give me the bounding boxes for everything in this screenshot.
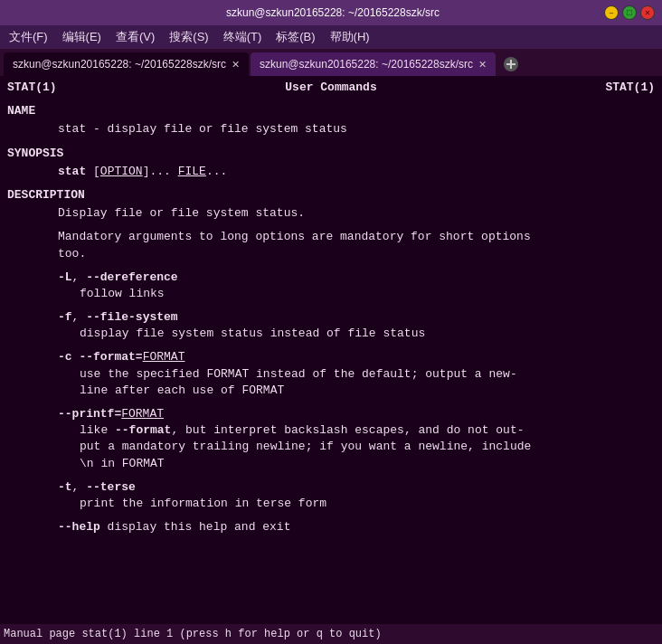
opt-printf: --printf=FORMAT [7, 406, 655, 422]
opt-printf-desc2: put a mandatory trailing newline; if you… [7, 439, 655, 455]
status-bar: Manual page stat(1) line 1 (press h for … [0, 624, 662, 644]
synopsis-option-bracket: [ [93, 165, 100, 178]
tab-2[interactable]: szkun@szkun20165228: ~/20165228szk/src ✕ [251, 52, 496, 76]
opt-c-desc1: use the specified FORMAT instead of the … [7, 366, 655, 383]
opt-c: -c --format=FORMAT [7, 349, 655, 365]
menu-tabs[interactable]: 标签(B) [270, 27, 320, 47]
section-synopsis-title: SYNOPSIS [7, 146, 655, 162]
status-text: Manual page stat(1) line 1 (press h for … [4, 628, 382, 640]
title-bar: szkun@szkun20165228: ~/20165228szk/src –… [0, 0, 662, 25]
menu-help[interactable]: 帮助(H) [325, 27, 375, 47]
opt-L-desc: follow links [7, 286, 655, 302]
menu-file[interactable]: 文件(F) [4, 27, 53, 47]
section-name-content: stat - display file or file system statu… [7, 121, 655, 137]
section-description-title: DESCRIPTION [7, 187, 655, 204]
tab-add-button[interactable] [497, 52, 525, 76]
close-button[interactable]: ✕ [640, 5, 655, 20]
man-header-left: STAT(1) [7, 80, 57, 96]
menu-view[interactable]: 查看(V) [110, 27, 160, 47]
opt-c-desc2: line after each use of FORMAT [7, 383, 655, 399]
menu-search[interactable]: 搜索(S) [164, 27, 213, 47]
svg-rect-2 [510, 60, 512, 69]
tab-2-label: szkun@szkun20165228: ~/20165228szk/src [260, 58, 473, 71]
man-header-right: STAT(1) [605, 80, 655, 96]
opt-f: -f, --file-system [7, 309, 655, 326]
menu-edit[interactable]: 编辑(E) [57, 27, 107, 47]
terminal-content: STAT(1) User Commands STAT(1) NAME stat … [0, 76, 662, 624]
section-synopsis-content: stat [OPTION]... FILE... [7, 164, 655, 180]
man-header-center: User Commands [285, 80, 376, 96]
opt-printf-desc1: like --format, but interpret backslash e… [7, 422, 655, 439]
maximize-button[interactable]: □ [622, 5, 637, 20]
tab-2-close[interactable]: ✕ [478, 59, 487, 71]
window-controls: – □ ✕ [604, 5, 655, 20]
minimize-button[interactable]: – [604, 5, 619, 20]
synopsis-ellipsis1: ]... [143, 165, 178, 178]
opt-help: --help display this help and exit [7, 519, 655, 535]
synopsis-ellipsis2: ... [206, 165, 227, 178]
synopsis-option: OPTION [100, 165, 143, 178]
section-synopsis: SYNOPSIS stat [OPTION]... FILE... [7, 146, 655, 180]
tab-bar: szkun@szkun20165228: ~/20165228szk/src ✕… [0, 49, 662, 76]
section-name: NAME stat - display file or file system … [7, 103, 655, 137]
man-header: STAT(1) User Commands STAT(1) [7, 80, 655, 96]
synopsis-cmd: stat [58, 165, 86, 178]
menu-bar: 文件(F) 编辑(E) 查看(V) 搜索(S) 终端(T) 标签(B) 帮助(H… [0, 25, 662, 49]
opt-L: -L, --dereference [7, 270, 655, 286]
tab-1-close[interactable]: ✕ [232, 59, 240, 71]
opt-t-desc: print the information in terse form [7, 496, 655, 512]
opt-printf-desc3: \n in FORMAT [7, 456, 655, 472]
tab-1-label: szkun@szkun20165228: ~/20165228szk/src [13, 58, 226, 71]
tab-1[interactable]: szkun@szkun20165228: ~/20165228szk/src ✕ [4, 52, 249, 76]
opt-f-desc: display file system status instead of fi… [7, 326, 655, 342]
desc-too: too. [7, 246, 655, 262]
window-title: szkun@szkun20165228: ~/20165228szk/src [61, 6, 604, 19]
section-description: DESCRIPTION Display file or file system … [7, 187, 655, 535]
synopsis-file: FILE [178, 165, 206, 178]
desc-mandatory: Mandatory arguments to long options are … [7, 229, 655, 245]
menu-terminal[interactable]: 终端(T) [218, 27, 268, 47]
opt-t: -t, --terse [7, 479, 655, 496]
section-name-title: NAME [7, 103, 655, 119]
desc-line1: Display file or file system status. [7, 205, 655, 222]
